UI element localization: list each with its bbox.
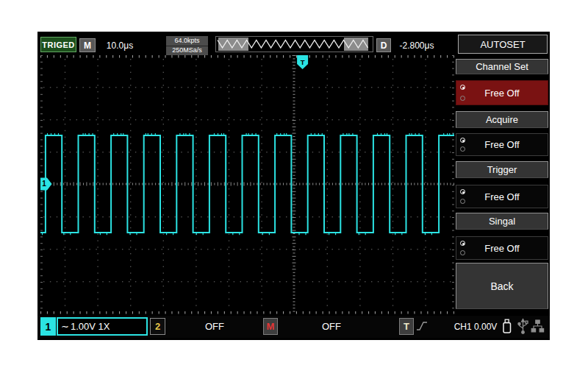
timebase-readout: 10.0μs: [98, 38, 142, 52]
sample-rate-readout: 250MSa/s: [166, 46, 208, 56]
ch1-scale-readout: 1.00V 1X: [71, 321, 110, 332]
radio-unselected-icon: [460, 250, 465, 255]
math-status: OFF: [280, 318, 383, 335]
trigger-status-badge: TRIGED: [40, 37, 76, 52]
oscilloscope-screen: TRIGED M 10.0μs 64.0kpts 250MSa/s D -2.8…: [37, 32, 550, 340]
radio-selected-icon: [460, 85, 465, 90]
svg-text:T: T: [301, 58, 305, 66]
radio-selected-icon: [460, 189, 465, 194]
menu-option-acquire-free-off[interactable]: Free Off: [456, 133, 548, 156]
menu-button-channel-set[interactable]: Channel Set: [456, 59, 548, 74]
horizontal-mode-badge: M: [79, 38, 96, 52]
menu-option-singal-free-off[interactable]: Free Off: [456, 236, 548, 260]
radio-selected-icon: [460, 138, 465, 143]
menu-option-trigger-free-off[interactable]: Free Off: [456, 185, 548, 208]
trigger-delay-readout: -2.800μs: [385, 38, 448, 52]
lan-icon: [531, 318, 545, 335]
ch2-status: OFF: [167, 318, 262, 335]
ch2-badge[interactable]: 2: [150, 318, 165, 335]
waveform-display: T1: [40, 55, 454, 314]
top-status-bar: TRIGED M 10.0μs 64.0kpts 250MSa/s D -2.8…: [37, 32, 550, 55]
ch1-coupling-icon: ∼: [61, 321, 69, 332]
memory-depth-readout: 64.0kpts: [166, 36, 208, 46]
menu-option-label: Free Off: [484, 139, 519, 150]
menu-button-back[interactable]: Back: [456, 263, 548, 309]
radio-unselected-icon: [460, 96, 465, 101]
usb-host-icon: [516, 318, 530, 335]
ch1-badge[interactable]: 1: [40, 317, 56, 336]
menu-option-label: Free Off: [484, 243, 519, 254]
menu-button-singal[interactable]: Singal: [456, 213, 548, 230]
radio-unselected-icon: [460, 199, 465, 204]
bottom-status-bar: 1 ∼ 1.00V 1X 2 OFF M OFF T CH1 0.00V: [37, 316, 550, 338]
autoset-button[interactable]: AUTOSET: [458, 35, 548, 54]
math-badge[interactable]: M: [263, 318, 278, 335]
menu-option-label: Free Off: [484, 191, 519, 202]
radio-unselected-icon: [460, 146, 465, 152]
waveform-preview-strip: [215, 36, 373, 52]
trigger-badge[interactable]: T: [399, 318, 414, 335]
radio-selected-icon: [460, 241, 465, 246]
menu-button-trigger[interactable]: Trigger: [456, 161, 548, 178]
trigger-slope-icon: [416, 320, 428, 333]
menu-option-channel-free-off[interactable]: Free Off: [456, 80, 548, 105]
menu-option-label: Free Off: [484, 88, 519, 99]
acquisition-readout: 64.0kpts 250MSa/s: [166, 36, 208, 55]
ch1-settings[interactable]: ∼ 1.00V 1X: [57, 317, 148, 336]
usb-device-icon: [500, 318, 514, 335]
svg-text:1: 1: [42, 180, 46, 188]
menu-button-acquire[interactable]: Acquire: [456, 111, 548, 128]
